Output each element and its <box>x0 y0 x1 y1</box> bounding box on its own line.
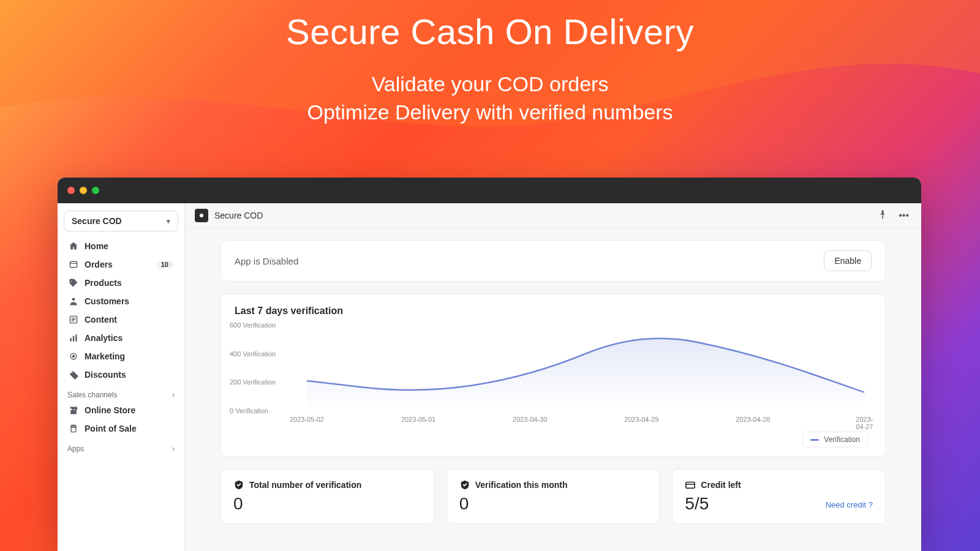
enable-button[interactable]: Enable <box>824 250 872 271</box>
svg-rect-9 <box>72 426 75 427</box>
sidebar-item-label: Orders <box>85 260 113 269</box>
credit-card-icon <box>685 479 696 490</box>
sidebar-item-label: Customers <box>85 296 129 306</box>
legend-swatch <box>810 439 819 441</box>
store-selector[interactable]: Secure COD ▾ <box>64 211 178 231</box>
pin-icon[interactable] <box>875 207 890 224</box>
svg-rect-11 <box>686 482 695 489</box>
stat-value: 0 <box>459 494 647 514</box>
chart-card: Last 7 days verification 0 Verification2… <box>221 294 886 457</box>
sidebar: Secure COD ▾ Home Orders 10 Products <box>58 203 185 551</box>
sidebar-item-customers[interactable]: Customers <box>64 293 178 310</box>
x-tick-label: 2023-05-01 <box>401 416 435 423</box>
stat-total: Total number of verification 0 <box>221 469 434 524</box>
orders-icon <box>69 260 78 269</box>
sidebar-item-analytics[interactable]: Analytics <box>64 329 178 347</box>
chart-legend: Verification <box>227 428 879 450</box>
x-tick-label: 2023-05-02 <box>290 416 324 423</box>
app-window: Secure COD ▾ Home Orders 10 Products <box>58 178 921 551</box>
stat-value: 0 <box>233 494 421 514</box>
store-icon <box>69 405 78 415</box>
chevron-right-icon: › <box>172 444 175 453</box>
section-sales-channels[interactable]: Sales channels › <box>64 384 178 402</box>
content-icon <box>69 315 78 324</box>
x-tick-label: 2023-04-27 <box>856 416 873 430</box>
svg-point-7 <box>72 355 74 357</box>
x-tick-label: 2023-04-28 <box>736 416 770 423</box>
sidebar-item-label: Discounts <box>85 370 126 380</box>
sidebar-item-label: Home <box>85 241 108 251</box>
x-tick-label: 2023-04-29 <box>624 416 658 423</box>
stat-month: Verification this month 0 <box>447 469 660 524</box>
section-label: Apps <box>67 444 84 453</box>
sidebar-item-pos[interactable]: Point of Sale <box>64 420 178 437</box>
legend-label: Verification <box>824 435 860 444</box>
tag-icon <box>69 278 78 288</box>
marketing-icon <box>69 351 78 361</box>
store-name: Secure COD <box>72 216 122 226</box>
y-tick-label: 600 Verification <box>230 321 276 329</box>
sidebar-item-label: Content <box>85 315 117 324</box>
window-titlebar <box>58 178 921 203</box>
svg-rect-0 <box>70 261 77 268</box>
stat-credit: Credit left 5/5 Need credit ? <box>672 469 886 524</box>
chart-title: Last 7 days verification <box>235 305 879 317</box>
analytics-icon <box>69 333 78 343</box>
close-dot[interactable] <box>67 187 75 194</box>
sidebar-item-products[interactable]: Products <box>64 274 178 291</box>
sidebar-item-marketing[interactable]: Marketing <box>64 348 178 365</box>
sidebar-item-label: Marketing <box>85 351 125 361</box>
shield-check-icon <box>459 479 470 490</box>
app-title: Secure COD <box>214 211 263 220</box>
hero: Secure Cash On Delivery Validate your CO… <box>0 0 980 127</box>
sidebar-item-label: Analytics <box>85 333 123 343</box>
user-icon <box>69 296 78 306</box>
hero-subtitle-2: Optimize Delivery with verified numbers <box>0 99 980 127</box>
svg-point-1 <box>72 298 75 301</box>
sidebar-item-orders[interactable]: Orders 10 <box>64 256 178 273</box>
app-icon <box>195 209 208 222</box>
sidebar-item-online-store[interactable]: Online Store <box>64 402 178 419</box>
chevron-down-icon: ▾ <box>167 217 170 225</box>
discount-icon <box>69 370 78 380</box>
stat-label: Credit left <box>701 480 741 490</box>
home-icon <box>69 241 78 251</box>
orders-badge: 10 <box>156 261 173 268</box>
minimize-dot[interactable] <box>80 187 87 194</box>
sidebar-item-label: Products <box>85 278 122 288</box>
sidebar-item-content[interactable]: Content <box>64 311 178 328</box>
svg-rect-3 <box>70 338 71 342</box>
sidebar-item-discounts[interactable]: Discounts <box>64 366 178 383</box>
svg-rect-5 <box>75 334 77 341</box>
stat-label: Verification this month <box>475 480 568 490</box>
stat-label: Total number of verification <box>249 480 361 490</box>
y-tick-label: 0 Verification <box>230 407 268 414</box>
chart-area: 0 Verification200 Verification400 Verifi… <box>227 318 879 428</box>
y-tick-label: 400 Verification <box>230 350 276 358</box>
section-label: Sales channels <box>67 391 117 399</box>
app-bar: Secure COD ••• <box>185 203 921 228</box>
x-tick-label: 2023-04-30 <box>513 416 547 423</box>
hero-subtitle-1: Validate your COD orders <box>0 70 980 99</box>
sidebar-item-label: Point of Sale <box>85 424 137 433</box>
sidebar-item-label: Online Store <box>85 405 135 415</box>
y-tick-label: 200 Verification <box>230 378 276 386</box>
shield-check-icon <box>233 479 244 490</box>
svg-point-10 <box>200 214 203 217</box>
chevron-right-icon: › <box>172 391 175 399</box>
more-icon[interactable]: ••• <box>896 208 911 223</box>
maximize-dot[interactable] <box>92 187 99 194</box>
sidebar-item-home[interactable]: Home <box>64 238 178 255</box>
hero-title: Secure Cash On Delivery <box>0 11 980 52</box>
status-card: App is Disabled Enable <box>221 240 886 282</box>
svg-rect-4 <box>73 336 74 342</box>
pos-icon <box>69 424 78 433</box>
section-apps[interactable]: Apps › <box>64 438 178 455</box>
need-credit-link[interactable]: Need credit ? <box>826 500 873 509</box>
status-text: App is Disabled <box>235 256 298 266</box>
